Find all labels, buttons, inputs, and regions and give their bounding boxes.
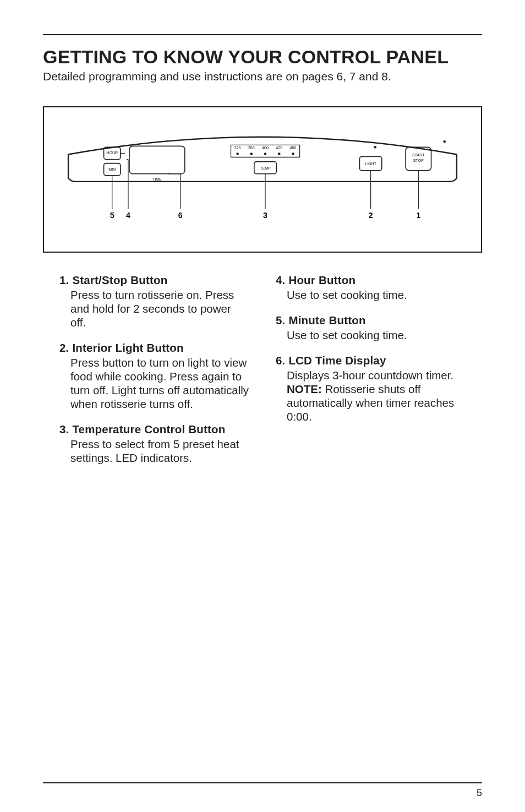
temp-label: TEMP [260, 166, 271, 170]
min-label: MIN [108, 167, 116, 171]
right-column: 4. Hour Button Use to set cooking time. … [276, 274, 466, 477]
callout-6: 6 [178, 211, 183, 220]
item-5: 5. Minute Button Use to set cooking time… [276, 314, 466, 342]
item-title: 2. Interior Light Button [59, 341, 249, 355]
time-label: TIME [152, 177, 162, 181]
item-body: Displays 3-hour countdown timer. NOTE: R… [276, 368, 466, 423]
callout-1: 1 [416, 211, 420, 220]
start-label: START [412, 153, 425, 157]
description-columns: 1. Start/Stop Button Press to turn rotis… [43, 274, 482, 477]
page-content: GETTING TO KNOW YOUR CONTROL PANEL Detai… [43, 46, 482, 477]
bottom-rule [43, 782, 482, 783]
item-6: 6. LCD Time Display Displays 3-hour coun… [276, 354, 466, 423]
temp-dot [250, 152, 253, 155]
item-body: Press to select from 5 preset heat setti… [59, 437, 249, 465]
item-3: 3. Temperature Control Button Press to s… [59, 423, 249, 465]
control-panel-diagram: HOUR MIN TIME 325 350 400 425 450 [43, 106, 482, 253]
temp-425: 425 [276, 146, 282, 150]
item-body: Press button to turn on light to view fo… [59, 356, 249, 411]
item-body: Press to turn rotisserie on. Press and h… [59, 288, 249, 329]
temp-400: 400 [262, 146, 269, 150]
body-pre: Displays 3-hour countdown timer. [287, 369, 453, 382]
control-panel-svg: HOUR MIN TIME 325 350 400 425 450 [63, 123, 462, 239]
light-label: LIGHT [365, 162, 376, 166]
stop-label: STOP [413, 159, 424, 162]
temp-dot [236, 152, 239, 155]
startstop-indicator-dot [443, 140, 446, 143]
hour-label: HOUR [106, 151, 118, 155]
callout-2: 2 [369, 211, 373, 220]
temp-450: 450 [290, 146, 297, 150]
temp-dot [278, 152, 281, 155]
item-body: Use to set cooking time. [276, 288, 466, 302]
item-title: 5. Minute Button [276, 314, 466, 327]
top-rule [43, 34, 482, 35]
item-4: 4. Hour Button Use to set cooking time. [276, 274, 466, 302]
item-title: 1. Start/Stop Button [59, 274, 249, 287]
temp-325: 325 [234, 146, 241, 150]
page-heading: GETTING TO KNOW YOUR CONTROL PANEL [43, 46, 482, 68]
temp-dot [264, 152, 267, 155]
item-title: 6. LCD Time Display [276, 354, 466, 367]
svg-rect-3 [129, 146, 185, 173]
temp-dot [292, 152, 294, 155]
note-label: NOTE: [287, 383, 322, 395]
callout-3: 3 [263, 211, 267, 220]
item-body: Use to set cooking time. [276, 328, 466, 342]
left-column: 1. Start/Stop Button Press to turn rotis… [59, 274, 249, 477]
light-indicator-dot [374, 146, 376, 149]
item-title: 4. Hour Button [276, 274, 466, 287]
item-1: 1. Start/Stop Button Press to turn rotis… [59, 274, 249, 329]
page-number: 5 [477, 787, 482, 799]
item-title: 3. Temperature Control Button [59, 423, 249, 436]
callout-4: 4 [126, 211, 130, 220]
callout-5: 5 [110, 211, 114, 220]
page-subtitle: Detailed programming and use instruction… [43, 70, 482, 83]
temp-350: 350 [248, 146, 255, 150]
item-2: 2. Interior Light Button Press button to… [59, 341, 249, 411]
